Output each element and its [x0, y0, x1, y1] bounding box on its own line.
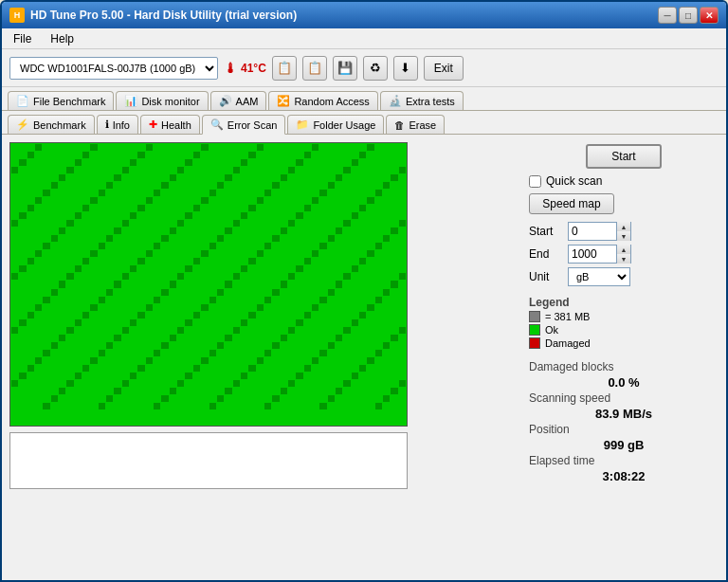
- grid-cell: [241, 220, 247, 227]
- grid-cell: [241, 380, 247, 387]
- grid-cell: [82, 174, 89, 181]
- grid-cell: [43, 212, 49, 219]
- grid-cell: [359, 388, 366, 394]
- grid-cell: [11, 380, 18, 387]
- grid-cell: [185, 243, 191, 249]
- grid-cell: [272, 403, 279, 409]
- aam-label: AAM: [236, 96, 259, 107]
- toolbar-btn-1[interactable]: 📋: [272, 56, 297, 81]
- grid-cell: [35, 212, 42, 219]
- grid-cell: [312, 297, 318, 303]
- grid-cell: [233, 365, 240, 372]
- grid-cell: [319, 373, 326, 379]
- grid-cell: [161, 265, 168, 272]
- grid-cell: [114, 235, 120, 242]
- grid-cell: [359, 342, 366, 349]
- tab-error-scan[interactable]: 🔍 Error Scan: [202, 115, 286, 135]
- grid-cell: [114, 243, 120, 249]
- tab-folder-usage[interactable]: 📁 Folder Usage: [287, 115, 384, 134]
- grid-cell: [137, 312, 144, 318]
- grid-cell: [154, 205, 160, 211]
- grid-cell: [154, 265, 160, 272]
- grid-cell: [367, 182, 373, 189]
- grid-cell: [399, 357, 406, 364]
- grid-cell: [352, 159, 358, 166]
- legend-size-box: [529, 311, 540, 322]
- grid-cell: [304, 304, 311, 311]
- exit-button[interactable]: Exit: [424, 56, 464, 81]
- grid-cell: [225, 403, 231, 409]
- grid-cell: [257, 197, 264, 204]
- grid-cell: [217, 205, 224, 211]
- grid-cell: [51, 174, 58, 181]
- grid-cell: [177, 174, 184, 181]
- grid-cell: [106, 281, 113, 287]
- tab-info[interactable]: ℹ Info: [97, 115, 138, 134]
- tab-file-benchmark[interactable]: 📄 File Benchmark: [8, 91, 114, 110]
- grid-cell: [281, 174, 287, 181]
- end-spin-up[interactable]: ▲: [617, 245, 630, 254]
- grid-cell: [170, 388, 176, 394]
- tab-random-access[interactable]: 🔀 Random Access: [268, 91, 377, 110]
- grid-cell: [359, 297, 366, 303]
- grid-cell: [209, 297, 216, 303]
- start-input[interactable]: [569, 223, 616, 240]
- grid-cell: [272, 365, 279, 372]
- close-button[interactable]: ✕: [700, 7, 719, 24]
- maximize-button[interactable]: □: [679, 7, 698, 24]
- start-spin-down[interactable]: ▼: [617, 231, 630, 241]
- grid-cell: [106, 152, 113, 158]
- grid-cell: [257, 243, 264, 249]
- grid-cell: [241, 373, 247, 379]
- disk-dropdown[interactable]: WDC WD1001FALS-00J7B (1000 gB): [9, 57, 218, 80]
- tab-disk-monitor[interactable]: 📊 Disk monitor: [116, 91, 208, 110]
- unit-select[interactable]: gB MB sectors: [568, 267, 630, 286]
- tab-health[interactable]: ✚ Health: [140, 115, 200, 134]
- grid-cell: [304, 297, 311, 303]
- grid-cell: [328, 220, 335, 227]
- menu-help[interactable]: Help: [46, 30, 78, 47]
- grid-cell: [185, 281, 191, 287]
- grid-cell: [399, 289, 406, 296]
- tab-aam[interactable]: 🔊 AAM: [210, 91, 267, 110]
- grid-cell: [343, 335, 350, 341]
- grid-cell: [264, 297, 271, 303]
- grid-cell: [257, 265, 264, 272]
- grid-cell: [375, 342, 382, 349]
- quick-scan-checkbox[interactable]: [529, 175, 541, 188]
- grid-cell: [51, 365, 58, 372]
- grid-cell: [312, 327, 318, 334]
- grid-cell: [352, 304, 358, 311]
- grid-cell: [319, 152, 326, 158]
- speed-map-button[interactable]: Speed map: [529, 193, 614, 214]
- grid-cell: [193, 297, 200, 303]
- grid-cell: [27, 227, 34, 234]
- toolbar-btn-save[interactable]: 💾: [333, 56, 357, 81]
- grid-cell: [59, 174, 65, 181]
- tab-erase[interactable]: 🗑 Erase: [386, 115, 445, 134]
- grid-cell: [201, 365, 208, 372]
- start-button[interactable]: Start: [586, 144, 662, 169]
- end-input[interactable]: [569, 246, 616, 263]
- menu-file[interactable]: File: [9, 30, 35, 47]
- grid-cell: [51, 182, 58, 189]
- grid-cell: [328, 190, 335, 196]
- grid-cell: [312, 395, 318, 402]
- end-spin-down[interactable]: ▼: [617, 254, 630, 264]
- toolbar-btn-down[interactable]: ⬇: [393, 56, 418, 81]
- minimize-button[interactable]: ─: [658, 7, 677, 24]
- grid-cell: [170, 327, 176, 334]
- toolbar-btn-2[interactable]: 📋: [302, 56, 327, 81]
- tab-extra-tests[interactable]: 🔬 Extra tests: [380, 91, 464, 110]
- grid-cell: [201, 281, 208, 287]
- grid-cell: [328, 235, 335, 242]
- start-spin-up[interactable]: ▲: [617, 222, 630, 231]
- tab-benchmark[interactable]: ⚡ Benchmark: [8, 115, 95, 134]
- grid-cell: [352, 335, 358, 341]
- grid-cell: [75, 304, 82, 311]
- grid-cell: [122, 395, 129, 402]
- grid-cell: [170, 220, 176, 227]
- grid-cell: [154, 250, 160, 257]
- grid-cell: [225, 212, 231, 219]
- toolbar-btn-refresh[interactable]: ♻: [363, 56, 388, 81]
